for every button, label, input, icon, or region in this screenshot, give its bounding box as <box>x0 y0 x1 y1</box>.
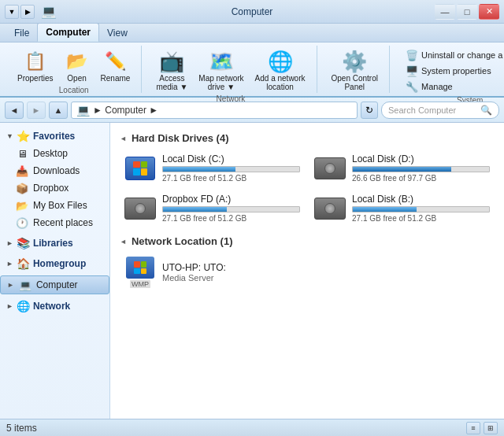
drives-grid: Local Disk (C:) 27.1 GB free of 51.2 GB … <box>120 150 495 226</box>
grid-view-button[interactable]: ⊞ <box>484 422 498 434</box>
sidebar-section-network: ► 🌐 Network <box>0 297 109 315</box>
drive-item-a[interactable]: Dropbox FD (A:) 27.1 GB free of 51.2 GB <box>120 190 305 226</box>
drive-bar-d <box>353 167 451 172</box>
hdd-graphic-a <box>124 198 156 220</box>
downloads-label: Downloads <box>33 165 80 176</box>
window-title: Computer <box>232 6 273 17</box>
network-item-uto[interactable]: WMP UTO-HP: UTO: Media Server <box>120 253 495 291</box>
network-section-header: Network Location (1) <box>120 235 495 247</box>
refresh-button[interactable]: ↻ <box>361 102 378 119</box>
sidebar-item-dropbox[interactable]: 📦 Dropbox <box>0 179 109 197</box>
sidebar-homegroup-header[interactable]: ► 🏠 Homegroup <box>0 255 109 272</box>
drive-name-a: Dropbox FD (A:) <box>162 194 300 205</box>
sidebar-item-myboxfiles[interactable]: 📂 My Box Files <box>0 197 109 214</box>
ribbon-group-control: ⚙️ Open Control Panel <box>321 46 390 93</box>
add-network-button[interactable]: 🌐 Add a network location <box>250 47 310 93</box>
ribbon-group-location: 📋 Properties 📂 Open ✏️ Rename Location <box>6 46 142 93</box>
drive-icon-a <box>124 196 156 221</box>
tab-file[interactable]: File <box>6 24 37 42</box>
drive-info-a: Dropbox FD (A:) 27.1 GB free of 51.2 GB <box>162 194 300 223</box>
ribbon-group-control-items: ⚙️ Open Control Panel <box>327 46 383 93</box>
drive-bar-container-a <box>162 206 300 212</box>
access-media-label: Access media ▼ <box>156 74 187 91</box>
address-path: ► Computer ► <box>93 105 158 116</box>
drive-item-d[interactable]: Local Disk (D:) 26.6 GB free of 97.7 GB <box>309 150 495 186</box>
ribbon-group-network: 📺 Access media ▼ 🗺️ Map network drive ▼ … <box>145 46 317 93</box>
up-button[interactable]: ▲ <box>49 102 68 119</box>
drive-item-c[interactable]: Local Disk (C:) 27.1 GB free of 51.2 GB <box>120 150 305 186</box>
drive-name-c: Local Disk (C:) <box>162 153 300 164</box>
maximize-button[interactable]: □ <box>457 4 477 20</box>
search-field[interactable]: Search Computer 🔍 <box>381 102 499 119</box>
libraries-label: Libraries <box>33 238 73 249</box>
add-network-label: Add a network location <box>255 74 306 91</box>
search-icon: 🔍 <box>480 105 492 116</box>
sidebar-item-desktop[interactable]: 🖥 Desktop <box>0 145 109 162</box>
manage-button[interactable]: 🔧 Manage <box>402 79 504 94</box>
hard-disk-section-label: Hard Disk Drives (4) <box>132 132 229 144</box>
ribbon-tabs: File Computer View <box>0 24 504 42</box>
homegroup-chevron: ► <box>6 260 13 268</box>
rename-icon: ✏️ <box>102 49 128 74</box>
item-count: 5 items <box>6 423 37 434</box>
quick-access-btn-2[interactable]: ▶ <box>20 5 35 19</box>
drive-free-a: 27.1 GB free of 51.2 GB <box>162 214 300 223</box>
dropbox-icon: 📦 <box>16 182 28 194</box>
content-area: Hard Disk Drives (4) Local Di <box>110 123 504 419</box>
sidebar-libraries-header[interactable]: ► 📚 Libraries <box>0 235 109 252</box>
sidebar-section-homegroup: ► 🏠 Homegroup <box>0 255 109 272</box>
window-controls: — □ ✕ <box>435 4 499 20</box>
desktop-label: Desktop <box>33 148 68 159</box>
map-network-icon: 🗺️ <box>209 49 234 74</box>
sidebar-favorites-header[interactable]: ▼ ⭐ Favorites <box>0 127 109 145</box>
open-button[interactable]: 📂 Open <box>60 47 94 84</box>
sidebar-item-computer[interactable]: ► 💻 Computer <box>0 275 109 294</box>
drive-icon-c <box>124 156 156 181</box>
list-view-button[interactable]: ≡ <box>466 422 480 434</box>
location-group-label: Location <box>59 86 89 94</box>
network-label: Network <box>33 301 70 312</box>
myboxfiles-label: My Box Files <box>33 200 87 211</box>
address-field[interactable]: 💻 ► Computer ► <box>71 102 358 119</box>
network-media-icon: WMP <box>124 257 156 288</box>
main-layout: ▼ ⭐ Favorites 🖥 Desktop 📥 Downloads 📦 Dr… <box>0 123 504 419</box>
network-sub-uto: Media Server <box>162 273 226 283</box>
sidebar-section-favorites: ▼ ⭐ Favorites 🖥 Desktop 📥 Downloads 📦 Dr… <box>0 127 109 231</box>
ribbon-group-location-items: 📋 Properties 📂 Open ✏️ Rename <box>13 46 135 84</box>
forward-button[interactable]: ► <box>27 102 46 119</box>
minimize-button[interactable]: — <box>435 4 455 20</box>
downloads-icon: 📥 <box>16 164 28 177</box>
sidebar-item-downloads[interactable]: 📥 Downloads <box>0 162 109 179</box>
system-properties-button[interactable]: 🖥️ System properties <box>402 63 504 79</box>
sidebar-item-recentplaces[interactable]: 🕐 Recent places <box>0 214 109 231</box>
quick-access: ▼ ▶ <box>5 5 35 19</box>
computer-label: Computer <box>36 279 78 290</box>
open-control-panel-button[interactable]: ⚙️ Open Control Panel <box>327 47 383 93</box>
uninstall-button[interactable]: 🗑️ Uninstall or change a program <box>402 47 504 63</box>
drive-item-b[interactable]: Local Disk (B:) 27.1 GB free of 51.2 GB <box>309 190 495 226</box>
homegroup-label: Homegroup <box>33 258 86 269</box>
sidebar-section-libraries: ► 📚 Libraries <box>0 235 109 252</box>
rename-button[interactable]: ✏️ Rename <box>96 47 135 84</box>
recentplaces-icon: 🕐 <box>16 216 28 229</box>
quick-access-btn-1[interactable]: ▼ <box>5 5 19 19</box>
access-media-button[interactable]: 📺 Access media ▼ <box>151 47 192 93</box>
drive-icon-d <box>314 156 346 181</box>
uninstall-icon: 🗑️ <box>406 49 418 61</box>
close-button[interactable]: ✕ <box>479 4 499 20</box>
hard-disk-section-header: Hard Disk Drives (4) <box>120 132 495 144</box>
tab-view[interactable]: View <box>99 24 135 42</box>
myboxfiles-icon: 📂 <box>16 199 28 212</box>
back-button[interactable]: ◄ <box>5 102 24 119</box>
drive-info-d: Local Disk (D:) 26.6 GB free of 97.7 GB <box>352 153 490 183</box>
sidebar: ▼ ⭐ Favorites 🖥 Desktop 📥 Downloads 📦 Dr… <box>0 123 110 419</box>
uninstall-label: Uninstall or change a program <box>421 50 504 60</box>
dropbox-label: Dropbox <box>33 183 69 194</box>
tab-computer[interactable]: Computer <box>37 23 99 42</box>
properties-button[interactable]: 📋 Properties <box>13 47 58 84</box>
drive-bar-container-d <box>352 166 490 172</box>
map-network-button[interactable]: 🗺️ Map network drive ▼ <box>194 47 248 93</box>
ribbon-group-system-items: 🗑️ Uninstall or change a program 🖥️ Syst… <box>399 46 504 94</box>
ribbon-group-network-items: 📺 Access media ▼ 🗺️ Map network drive ▼ … <box>151 46 309 93</box>
sidebar-network-header[interactable]: ► 🌐 Network <box>0 297 109 315</box>
